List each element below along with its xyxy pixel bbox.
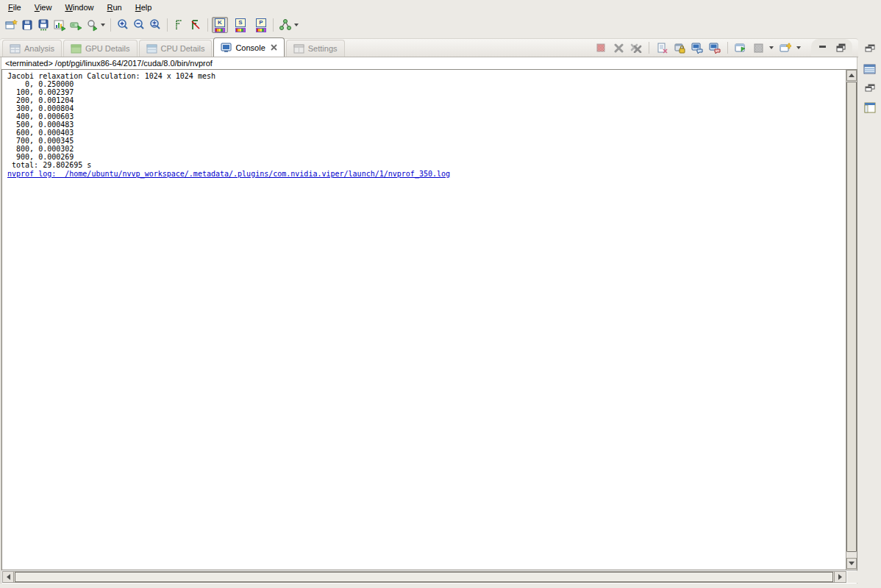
flag-icon[interactable] <box>171 17 188 33</box>
console-view-toolbar <box>593 39 852 57</box>
settings-tab-icon <box>293 44 304 54</box>
console-line: 400, 0.000603 <box>7 112 845 121</box>
tab-label: Analysis <box>24 44 54 53</box>
flag-slash-icon[interactable] <box>188 17 204 33</box>
display-console-caret[interactable] <box>769 46 774 49</box>
vertical-scrollbar[interactable] <box>846 70 857 570</box>
open-console-icon[interactable] <box>778 40 793 55</box>
scroll-lock-icon[interactable] <box>672 40 687 55</box>
vertical-scroll-thumb[interactable] <box>846 82 857 552</box>
node-graph-icon[interactable] <box>277 17 293 33</box>
show-stderr-icon[interactable] <box>707 40 722 55</box>
console-line: 200, 0.001204 <box>7 96 845 104</box>
node-graph-dropdown-caret[interactable] <box>294 24 299 26</box>
console-text-widget: Jacobi relaxation Calculation: 1024 x 10… <box>1 69 857 570</box>
tab-cpu-details[interactable]: CPU Details <box>139 40 213 57</box>
menu-run[interactable]: Run <box>101 1 129 13</box>
remove-all-launches-icon[interactable] <box>629 40 643 55</box>
left-arrow-icon <box>7 574 10 580</box>
toolbar-separator <box>273 18 274 32</box>
minimize-icon[interactable] <box>816 40 830 55</box>
cpu-details-tab-icon <box>146 44 157 54</box>
menu-bar: File View Window Run Help <box>0 0 881 15</box>
terminate-icon[interactable] <box>593 40 608 55</box>
clear-console-icon[interactable] <box>654 40 669 55</box>
tab-console[interactable]: Console <box>213 37 284 57</box>
console-line: 800, 0.000302 <box>7 145 845 153</box>
new-session-icon[interactable] <box>3 17 19 33</box>
maximize-icon[interactable] <box>833 40 848 55</box>
menu-window[interactable]: Window <box>58 1 100 13</box>
stream-color-icon[interactable]: S <box>232 17 249 33</box>
console-line: 700, 0.000345 <box>7 137 845 145</box>
console-view: <terminated> /opt/pgi/linux86-64/2017/cu… <box>1 57 857 584</box>
tab-label: Console <box>235 43 265 52</box>
menu-file[interactable]: File <box>1 1 28 13</box>
toolbar-separator <box>110 18 111 32</box>
console-line: 0, 0.250000 <box>7 80 845 88</box>
kernel-color-icon[interactable]: K <box>212 17 228 33</box>
bar-chart-run-icon[interactable] <box>51 17 68 33</box>
toolbar-separator <box>727 42 728 54</box>
toolbar-separator <box>649 42 649 54</box>
scroll-left-button[interactable] <box>3 572 14 582</box>
console-lines: Jacobi relaxation Calculation: 1024 x 10… <box>7 72 845 169</box>
toolbar-separator <box>207 18 208 32</box>
remove-launch-icon[interactable] <box>611 40 626 55</box>
console-process-label: <terminated> /opt/pgi/linux86-64/2017/cu… <box>1 57 857 68</box>
zoom-in-icon[interactable] <box>115 17 131 33</box>
right-arrow-icon <box>838 574 842 580</box>
menu-view[interactable]: View <box>28 1 59 13</box>
panel-view-icon[interactable] <box>861 98 879 116</box>
main-toolbar: K S P <box>0 15 881 35</box>
scroll-right-button[interactable] <box>834 572 845 582</box>
menu-help[interactable]: Help <box>129 1 159 13</box>
horizontal-scroll-thumb[interactable] <box>15 572 833 582</box>
restore-icon[interactable] <box>861 40 879 57</box>
save-as-icon[interactable] <box>35 17 51 33</box>
console-output: Jacobi relaxation Calculation: 1024 x 10… <box>3 71 845 569</box>
scroll-down-button[interactable] <box>846 558 857 569</box>
console-line: 600, 0.000403 <box>7 129 845 137</box>
scroll-up-button[interactable] <box>846 70 857 81</box>
gpu-details-tab-icon <box>71 44 82 54</box>
analysis-tab-icon <box>10 44 21 54</box>
tab-label: CPU Details <box>161 44 205 53</box>
process-color-icon[interactable]: P <box>253 17 269 33</box>
bottom-window-edge <box>0 584 881 588</box>
down-arrow-icon <box>849 562 855 565</box>
save-icon[interactable] <box>19 17 35 33</box>
show-stdout-icon[interactable] <box>690 40 705 55</box>
scrollbar-corner <box>847 571 858 583</box>
horizontal-scrollbar[interactable] <box>2 571 846 583</box>
console-line: 100, 0.002397 <box>7 88 845 96</box>
restore-icon[interactable] <box>861 79 879 97</box>
console-line: Jacobi relaxation Calculation: 1024 x 10… <box>7 72 845 80</box>
table-view-icon[interactable] <box>861 60 879 78</box>
card-run-icon[interactable] <box>68 17 84 33</box>
display-console-icon[interactable] <box>751 40 766 55</box>
close-icon[interactable] <box>271 44 277 51</box>
tab-analysis[interactable]: Analysis <box>2 40 62 57</box>
fast-view-bar <box>858 38 881 588</box>
up-arrow-icon <box>849 74 855 77</box>
tab-gpu-details[interactable]: GPU Details <box>63 40 138 57</box>
open-console-caret[interactable] <box>796 46 801 49</box>
tab-label: Settings <box>308 44 338 53</box>
console-line: 900, 0.000269 <box>7 153 845 161</box>
console-line: 500, 0.000483 <box>7 121 845 129</box>
minmax-group <box>811 39 852 57</box>
magnifier-run-icon[interactable] <box>84 17 100 33</box>
zoom-fit-icon[interactable] <box>147 17 163 33</box>
zoom-out-icon[interactable] <box>131 17 147 33</box>
tab-label: GPU Details <box>85 44 130 53</box>
pin-console-icon[interactable] <box>733 40 748 55</box>
tab-settings[interactable]: Settings <box>286 40 345 57</box>
nvprof-log-link[interactable]: nvprof log: /home/ubuntu/nvvp_workspace/… <box>7 170 450 178</box>
magnifier-dropdown-caret[interactable] <box>101 24 105 26</box>
console-line: total: 29.802695 s <box>7 161 845 169</box>
console-tab-icon <box>221 43 232 53</box>
toolbar-separator <box>167 18 168 32</box>
view-tab-bar: Analysis GPU Details CPU Details Console… <box>0 38 858 57</box>
console-line: 300, 0.000804 <box>7 104 845 112</box>
